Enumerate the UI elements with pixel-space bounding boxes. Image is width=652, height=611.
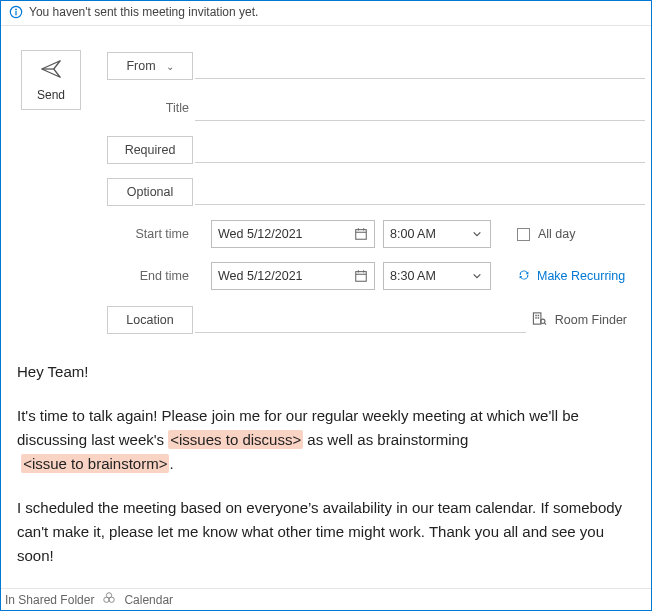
all-day-checkbox[interactable]: All day (517, 227, 576, 241)
svg-rect-13 (535, 315, 537, 317)
body-text: as well as brainstorming (303, 431, 468, 448)
end-date-picker[interactable]: Wed 5/12/2021 (211, 262, 375, 290)
body-text: . (169, 455, 173, 472)
room-finder-button[interactable]: Room Finder (532, 311, 627, 329)
status-bar: In Shared Folder Calendar (1, 588, 651, 610)
meeting-compose-window: You haven't sent this meeting invitation… (0, 0, 652, 611)
end-date-value: Wed 5/12/2021 (218, 269, 303, 283)
start-date-value: Wed 5/12/2021 (218, 227, 303, 241)
calendar-icon (354, 227, 368, 241)
info-icon (9, 5, 23, 19)
send-label: Send (37, 88, 65, 102)
info-text: You haven't sent this meeting invitation… (29, 5, 258, 19)
room-finder-label: Room Finder (555, 313, 627, 327)
compose-header: Send From ⌄ Title (1, 26, 651, 336)
make-recurring-label: Make Recurring (537, 269, 625, 283)
start-date-picker[interactable]: Wed 5/12/2021 (211, 220, 375, 248)
body-paragraph-2: It's time to talk again! Please join me … (17, 404, 635, 476)
from-label: From (126, 59, 155, 73)
send-button[interactable]: Send (21, 50, 81, 110)
svg-rect-8 (356, 272, 367, 282)
calendar-icon (354, 269, 368, 283)
placeholder-highlight: <issues to discuss> (168, 430, 303, 449)
checkbox-box (517, 228, 530, 241)
make-recurring-button[interactable]: Make Recurring (517, 268, 625, 285)
svg-line-18 (544, 323, 546, 325)
svg-rect-2 (15, 11, 16, 15)
body-paragraph-3: I scheduled the meeting based on everyon… (17, 496, 635, 568)
send-icon (40, 58, 62, 80)
from-input[interactable] (195, 53, 645, 79)
folder-icon (102, 591, 116, 608)
from-button[interactable]: From ⌄ (107, 52, 193, 80)
form-fields: From ⌄ Title Required (105, 50, 645, 336)
end-time-value: 8:30 AM (390, 269, 436, 283)
status-folder: Calendar (124, 593, 173, 607)
svg-rect-16 (537, 317, 539, 319)
chevron-down-icon (470, 269, 484, 283)
svg-rect-14 (537, 315, 539, 317)
svg-rect-12 (533, 313, 541, 324)
location-label: Location (126, 313, 173, 327)
title-input[interactable] (195, 95, 645, 121)
end-time-picker[interactable]: 8:30 AM (383, 262, 491, 290)
start-time-value: 8:00 AM (390, 227, 436, 241)
chevron-down-icon (470, 227, 484, 241)
required-label: Required (125, 143, 176, 157)
all-day-label: All day (538, 227, 576, 241)
location-button[interactable]: Location (107, 306, 193, 334)
info-bar: You haven't sent this meeting invitation… (1, 1, 651, 26)
end-time-label: End time (107, 269, 193, 283)
start-time-picker[interactable]: 8:00 AM (383, 220, 491, 248)
title-label: Title (107, 101, 193, 115)
svg-rect-4 (356, 230, 367, 240)
svg-rect-15 (535, 317, 537, 319)
optional-input[interactable] (195, 179, 645, 205)
chevron-down-icon: ⌄ (166, 61, 174, 72)
optional-button[interactable]: Optional (107, 178, 193, 206)
svg-point-1 (15, 9, 17, 11)
start-time-label: Start time (107, 227, 193, 241)
placeholder-highlight: <issue to brainstorm> (21, 454, 169, 473)
location-input[interactable] (195, 307, 526, 333)
body-greeting: Hey Team! (17, 360, 635, 384)
room-finder-icon (532, 311, 547, 329)
required-button[interactable]: Required (107, 136, 193, 164)
recurring-icon (517, 268, 531, 285)
optional-label: Optional (127, 185, 174, 199)
status-left: In Shared Folder (5, 593, 94, 607)
svg-point-21 (107, 593, 112, 598)
message-body[interactable]: Hey Team! It's time to talk again! Pleas… (1, 336, 651, 568)
required-input[interactable] (195, 137, 645, 163)
